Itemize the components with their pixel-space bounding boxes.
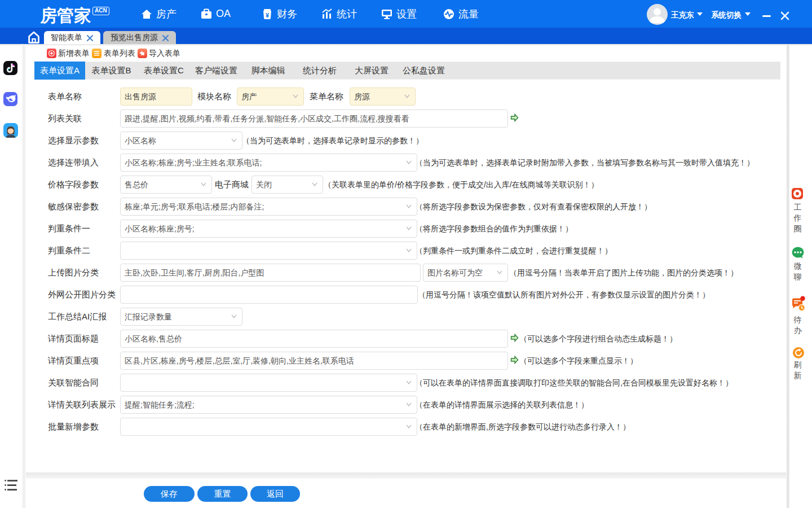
svg-text:¥: ¥ xyxy=(266,11,270,18)
